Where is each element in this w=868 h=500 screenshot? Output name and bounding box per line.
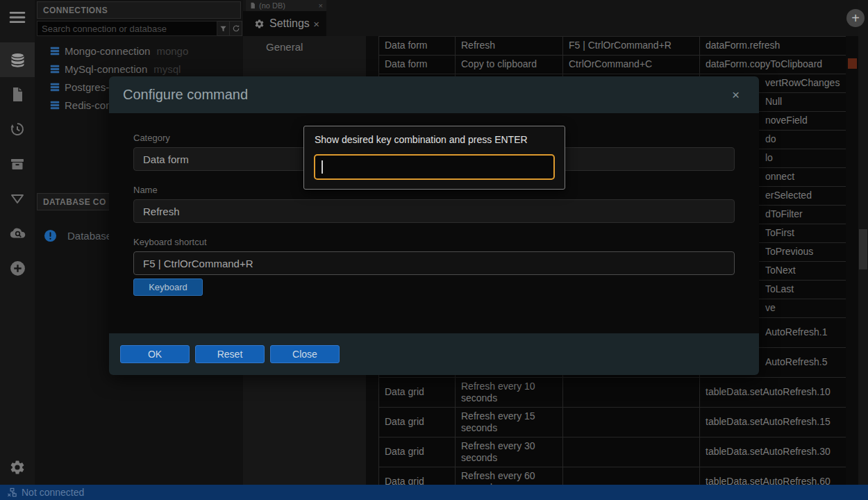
reset-button[interactable]: Reset — [195, 345, 265, 363]
close-button[interactable]: Close — [270, 345, 340, 363]
app-window: CONNECTIONS Mongo-connectionmongoMySql-c… — [0, 0, 868, 500]
close-icon[interactable]: × — [313, 18, 319, 30]
key-capture-message: Show desired key combination and press E… — [315, 134, 565, 145]
table-row[interactable]: Data gridRefresh every 30 secondstableDa… — [379, 438, 846, 467]
cell-name: Refresh — [456, 37, 563, 55]
table-row[interactable]: Data formCopy to clipboardCtrlOrCommand+… — [379, 56, 846, 74]
connection-search-row — [37, 21, 242, 36]
connection-engine: mysql — [153, 63, 181, 75]
sidebar-item-file[interactable] — [0, 77, 35, 112]
sidebar-item-triangle-down[interactable] — [0, 181, 35, 216]
cell-shortcut — [563, 408, 700, 437]
triangle-down-icon — [9, 190, 26, 207]
cell-shortcut — [563, 467, 700, 485]
table-row[interactable]: Data gridRefresh every 15 secondstableDa… — [379, 408, 846, 438]
filter-button[interactable] — [217, 21, 230, 36]
keyboard-button[interactable]: Keyboard — [133, 278, 203, 296]
cell-command_id: tableData.setAutoRefresh.10 — [700, 378, 846, 407]
cell-category: Data grid — [379, 438, 456, 467]
file-icon — [249, 1, 256, 10]
text-cursor — [322, 160, 323, 174]
iconbar-items — [0, 42, 35, 285]
settings-menu-item-general[interactable]: General — [243, 36, 366, 57]
connection-status-text: Not connected — [22, 487, 84, 498]
cell-category: Data grid — [379, 408, 456, 437]
database-notice: Database — [44, 229, 112, 242]
gear-icon — [9, 459, 26, 476]
sidebar-item-database[interactable] — [0, 42, 35, 77]
cell-category: Data grid — [379, 467, 456, 485]
server-stack-icon — [49, 81, 60, 93]
modal-footer: OK Reset Close — [109, 333, 759, 375]
table-row[interactable]: Data formRefreshF5 | CtrlOrCommand+Rdata… — [379, 37, 846, 56]
cell-command_id: dataForm.refresh — [700, 37, 846, 55]
table-scroll-gutter[interactable] — [846, 36, 858, 485]
configure-command-modal: Configure command × Category Name Keyboa… — [109, 76, 759, 375]
keyboard-shortcut-label: Keyboard shortcut — [133, 237, 735, 247]
sidebar-item-history[interactable] — [0, 112, 35, 147]
cell-command_id: tableData.setAutoRefresh.15 — [700, 408, 846, 437]
hamburger-icon — [7, 7, 28, 28]
cell-command_id: tableData.setAutoRefresh.30 — [700, 438, 846, 467]
funnel-icon — [219, 25, 227, 33]
key-capture-popup: Show desired key combination and press E… — [303, 126, 565, 190]
cell-shortcut: F5 | CtrlOrCommand+R — [563, 37, 700, 55]
name-field[interactable] — [133, 199, 735, 223]
plus-icon: + — [851, 11, 860, 25]
table-row[interactable]: Data gridRefresh every 60 secondstableDa… — [379, 467, 846, 485]
connection-item[interactable]: Mongo-connectionmongo — [35, 42, 243, 60]
cell-name: Refresh every 15 seconds — [456, 408, 563, 437]
tab-settings[interactable]: Settings × — [243, 11, 326, 36]
cell-name: Refresh every 60 seconds — [456, 467, 563, 485]
close-icon[interactable]: × — [732, 88, 740, 103]
gear-icon — [254, 19, 265, 29]
cell-name: Refresh every 10 seconds — [456, 378, 563, 407]
table-row[interactable]: Data gridRefresh every 10 secondstableDa… — [379, 378, 846, 408]
refresh-connections-button[interactable] — [230, 21, 242, 36]
left-iconbar — [0, 0, 35, 485]
add-connection-button[interactable]: + — [846, 9, 865, 27]
cell-shortcut — [563, 438, 700, 467]
modal-title: Configure command — [123, 87, 248, 103]
cell-category: Data form — [379, 56, 456, 74]
cell-category: Data grid — [379, 378, 456, 407]
connection-engine: mongo — [156, 45, 188, 57]
archive-icon — [9, 156, 26, 172]
cell-shortcut: CtrlOrCommand+C — [563, 56, 700, 74]
sidebar-item-plus-circle[interactable] — [0, 251, 35, 285]
connection-name: Mongo-connection — [65, 45, 150, 57]
tab-strip: (no DB) × Settings × — [243, 0, 868, 36]
not-connected-icon — [7, 488, 17, 498]
file-icon — [9, 86, 26, 103]
reload-icon — [232, 24, 240, 33]
connections-header[interactable]: CONNECTIONS — [37, 1, 241, 19]
connection-item[interactable]: MySql-connectionmysql — [35, 60, 243, 78]
database-icon — [8, 51, 27, 69]
server-stack-icon — [49, 99, 60, 111]
connection-name: MySql-connection — [65, 63, 147, 75]
cloud-search-icon — [8, 224, 26, 242]
history-icon — [9, 121, 26, 138]
status-bar: Not connected — [0, 485, 868, 500]
sidebar-item-cloud-search[interactable] — [0, 216, 35, 251]
scrollbar-marker — [848, 58, 857, 69]
menu-button[interactable] — [0, 0, 35, 35]
page-scrollbar-thumb[interactable] — [859, 229, 867, 269]
cell-shortcut — [563, 378, 700, 407]
cell-category: Data form — [379, 37, 456, 55]
cell-command_id: tableData.setAutoRefresh.60 — [700, 467, 846, 485]
settings-button[interactable] — [0, 450, 35, 485]
keyboard-shortcut-field[interactable] — [133, 251, 735, 275]
cell-name: Copy to clipboard — [456, 56, 563, 74]
search-input[interactable] — [37, 21, 217, 36]
database-notice-text: Database — [67, 230, 112, 242]
sidebar-item-archive[interactable] — [0, 147, 35, 181]
server-stack-icon — [49, 45, 60, 57]
close-icon[interactable]: × — [319, 1, 323, 10]
key-capture-input[interactable] — [314, 154, 555, 180]
plus-circle-icon — [9, 260, 26, 277]
connection-name: Redis-con — [65, 99, 112, 111]
tab-group-no-db[interactable]: (no DB) × — [246, 0, 326, 11]
ok-button[interactable]: OK — [120, 345, 190, 363]
cell-name: Refresh every 30 seconds — [456, 438, 563, 467]
